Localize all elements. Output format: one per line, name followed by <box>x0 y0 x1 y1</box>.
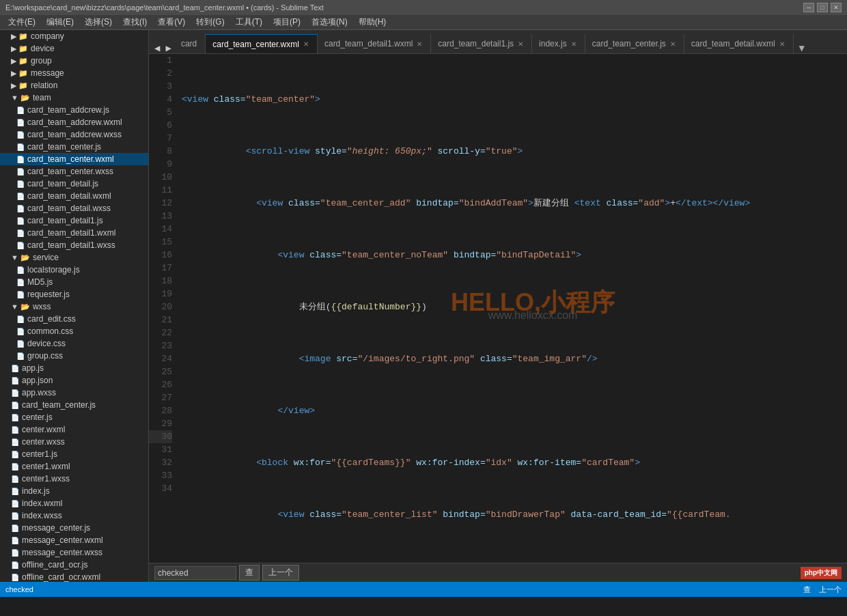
sidebar-item-card-edit-css[interactable]: 📄 card_edit.css <box>0 313 148 325</box>
tab-scroll-left[interactable]: ◀ <box>152 42 163 53</box>
sidebar-item-detail1-wxss[interactable]: 📄 card_team_detail1.wxss <box>0 239 148 251</box>
code-content[interactable]: <view class="team_center"> <scroll-view … <box>178 54 847 563</box>
sidebar-item-center-wxml[interactable]: 📄 card_team_center.wxml <box>0 153 148 165</box>
search-btn[interactable]: 查 <box>239 565 260 580</box>
sidebar-item-md5[interactable]: 📄 MD5.js <box>0 276 148 288</box>
folder-open-icon: ▼ 📂 <box>11 303 30 311</box>
sidebar-item-index-js2[interactable]: 📄 index.js <box>0 485 148 497</box>
tab-card-team-detail1-wxml[interactable]: card_team_detail1.wxml ✕ <box>318 34 431 53</box>
sidebar-label: center1.js <box>22 449 57 459</box>
sidebar-item-group-css[interactable]: 📄 group.css <box>0 350 148 362</box>
sidebar-item-common-css[interactable]: 📄 common.css <box>0 325 148 337</box>
sidebar-item-center-js[interactable]: 📄 card_team_center.js <box>0 141 148 153</box>
sidebar-item-card-team-center-js2[interactable]: 📄 card_team_center.js <box>0 399 148 411</box>
tab-close-icon[interactable]: ✕ <box>779 40 785 48</box>
sidebar-item-detail-js[interactable]: 📄 card_team_detail.js <box>0 178 148 190</box>
sidebar-item-center-wxml2[interactable]: 📄 center.wxml <box>0 423 148 436</box>
ln-14: 14 <box>149 223 172 236</box>
sidebar-label: card_team_addcrew.js <box>27 105 109 115</box>
sidebar-item-company[interactable]: ▶ 📁 company <box>0 30 148 42</box>
sidebar-item-offline-ocr-js[interactable]: 📄 offline_card_ocr.js <box>0 559 148 571</box>
tab-scroll-right[interactable]: ▶ <box>163 42 173 53</box>
status-prev[interactable]: 上一个 <box>819 585 842 595</box>
close-btn[interactable]: ✕ <box>831 3 842 12</box>
code-line-7: </view> <box>182 404 847 417</box>
search-input[interactable] <box>154 566 236 580</box>
sidebar-label: center.wxss <box>22 437 65 447</box>
menu-select[interactable]: 选择(S) <box>79 15 117 29</box>
sidebar-item-service[interactable]: ▼ 📂 service <box>0 251 148 264</box>
minimize-btn[interactable]: ─ <box>803 3 814 12</box>
tab-card-team-center-js[interactable]: card_team_center.js ✕ <box>585 34 684 53</box>
tab-close-icon[interactable]: ✕ <box>417 40 422 48</box>
sidebar-label: offline_card_ocr.js <box>22 560 88 570</box>
sidebar-label-relation: relation <box>31 81 57 90</box>
sidebar-item-message-center-wxml[interactable]: 📄 message_center.wxml <box>0 534 148 546</box>
ln-19: 19 <box>149 288 172 300</box>
tab-close-icon[interactable]: ✕ <box>571 40 577 48</box>
sidebar-item-detail1-js[interactable]: 📄 card_team_detail1.js <box>0 214 148 227</box>
tab-close-icon[interactable]: ✕ <box>670 40 676 48</box>
sidebar-item-center1-wxss[interactable]: 📄 center1.wxss <box>0 473 148 485</box>
status-bar: checked 查 上一个 <box>0 582 847 597</box>
status-find[interactable]: 查 <box>803 585 811 595</box>
sidebar-item-center1-js[interactable]: 📄 center1.js <box>0 448 148 460</box>
menu-preferences[interactable]: 首选项(N) <box>306 15 353 29</box>
maximize-btn[interactable]: □ <box>817 3 828 12</box>
sidebar-item-message-center-wxss[interactable]: 📄 message_center.wxss <box>0 546 148 559</box>
sidebar-label: app.json <box>22 376 53 385</box>
window-controls[interactable]: ─ □ ✕ <box>803 3 842 12</box>
tab-close-icon[interactable]: ✕ <box>518 40 523 48</box>
ln-7: 7 <box>149 132 172 145</box>
sidebar-item-center-js2[interactable]: 📄 center.js <box>0 411 148 423</box>
sidebar-item-wxss[interactable]: ▼ 📂 wxss <box>0 300 148 313</box>
sidebar-item-relation[interactable]: ▶ 📁 relation <box>0 79 148 92</box>
tab-card-team-detail-wxml[interactable]: card_team_detail.wxml ✕ <box>684 34 794 53</box>
sidebar-item-device[interactable]: ▶ 📁 device <box>0 42 148 55</box>
prev-btn[interactable]: 上一个 <box>262 565 299 580</box>
sidebar-label: center1.wxss <box>22 474 70 484</box>
menu-tools[interactable]: 工具(T) <box>230 15 268 29</box>
sidebar-item-app-js[interactable]: 📄 app.js <box>0 362 148 374</box>
tab-index-js[interactable]: index.js ✕ <box>532 34 585 53</box>
sidebar-item-center1-wxml[interactable]: 📄 center1.wxml <box>0 460 148 473</box>
sidebar-item-center-wxss[interactable]: 📄 card_team_center.wxss <box>0 165 148 178</box>
menu-goto[interactable]: 转到(G) <box>191 15 230 29</box>
menu-project[interactable]: 项目(P) <box>268 15 306 29</box>
tab-close-icon[interactable]: ✕ <box>303 40 309 48</box>
sidebar-item-detail-wxml[interactable]: 📄 card_team_detail.wxml <box>0 190 148 202</box>
sidebar-item-group[interactable]: ▶ 📁 group <box>0 55 148 67</box>
file-icon: 📄 <box>16 352 25 360</box>
sidebar-item-localstorage[interactable]: 📄 localstorage.js <box>0 264 148 276</box>
menu-help[interactable]: 帮助(H) <box>353 15 392 29</box>
file-icon: 📄 <box>16 119 25 126</box>
sidebar-item-center-wxss2[interactable]: 📄 center.wxss <box>0 436 148 448</box>
code-editor[interactable]: 1 2 3 4 5 6 7 8 9 10 11 12 13 14 15 16 1… <box>149 54 847 563</box>
sidebar-item-message[interactable]: ▶ 📁 message <box>0 67 148 79</box>
sidebar-item-addcrew-wxml[interactable]: 📄 card_team_addcrew.wxml <box>0 116 148 128</box>
sidebar-item-detail-wxss[interactable]: 📄 card_team_detail.wxss <box>0 202 148 214</box>
sidebar-item-device-css[interactable]: 📄 device.css <box>0 337 148 350</box>
menu-edit[interactable]: 编辑(E) <box>41 15 79 29</box>
sidebar-item-addcrew-js[interactable]: 📄 card_team_addcrew.js <box>0 104 148 116</box>
sidebar-item-index-wxml[interactable]: 📄 index.wxml <box>0 497 148 509</box>
menu-find[interactable]: 查找(I) <box>117 15 152 29</box>
menu-file[interactable]: 文件(E) <box>3 15 41 29</box>
file-icon: 📄 <box>16 143 25 151</box>
sidebar-item-offline-ocr-wxml[interactable]: 📄 offline_card_ocr.wxml <box>0 571 148 582</box>
tab-card[interactable]: card <box>174 34 206 53</box>
sidebar-item-detail1-wxml[interactable]: 📄 card_team_detail1.wxml <box>0 227 148 239</box>
sidebar-item-addcrew-wxss[interactable]: 📄 card_team_addcrew.wxss <box>0 128 148 141</box>
menu-view[interactable]: 查看(V) <box>152 15 191 29</box>
sidebar-item-message-center-js[interactable]: 📄 message_center.js <box>0 522 148 534</box>
file-icon: 📄 <box>16 107 25 114</box>
sidebar-item-index-wxss[interactable]: 📄 index.wxss <box>0 509 148 522</box>
sidebar-item-team[interactable]: ▼ 📂 team <box>0 92 148 104</box>
sidebar-item-app-wxss[interactable]: 📄 app.wxss <box>0 387 148 399</box>
tab-label: card_team_center.wxml <box>212 40 299 49</box>
sidebar-item-requester[interactable]: 📄 requester.js <box>0 288 148 300</box>
tab-more-btn[interactable]: ▼ <box>794 42 810 53</box>
sidebar-item-app-json[interactable]: 📄 app.json <box>0 374 148 387</box>
tab-card-team-detail1-js[interactable]: card_team_detail1.js ✕ <box>431 34 532 53</box>
tab-card-team-center-wxml[interactable]: card_team_center.wxml ✕ <box>206 34 318 53</box>
